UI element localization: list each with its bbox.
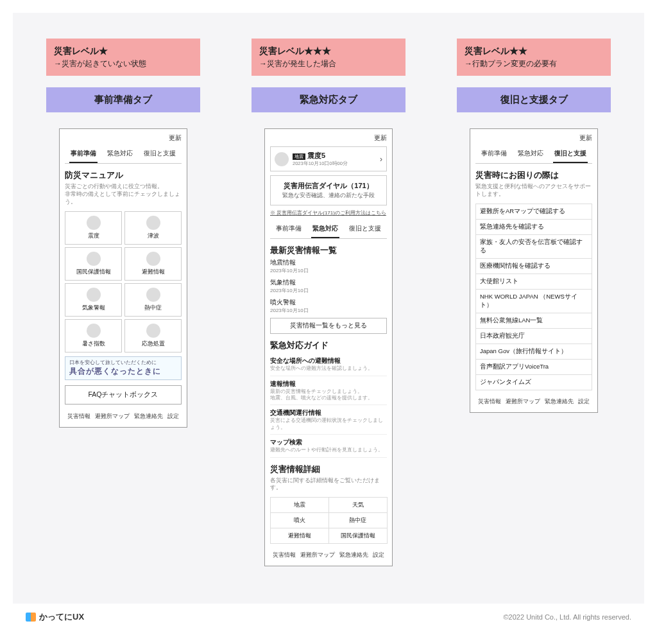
level-banner: 災害レベル★★★ →災害が発生した場合 [252,39,405,76]
level-banner: 災害レベル★★ →行動プラン変更の必要有 [457,39,611,76]
tabs: 事前準備 緊急対応 復旧と支援 [270,222,387,239]
tab-prep[interactable]: 事前準備 [480,146,508,163]
dial-171-card[interactable]: 災害用伝言ダイヤル（171） 緊急な安否確認、連絡の新たな手段 [270,175,387,205]
level-title: 災害レベル★ [54,45,192,58]
manual-tile[interactable]: 熱中症 [124,283,182,317]
nav-contact[interactable]: 緊急連絡先 [339,551,368,559]
manual-tile[interactable]: 震度 [65,211,122,245]
support-link[interactable]: NHK WORLD JAPAN （NEWSサイト） [475,289,592,313]
tile-icon [146,252,160,266]
guide-item[interactable]: 安全な場所への避難情報安全な場所への避難方法を確認しましょう。 [270,353,387,376]
manual-tile[interactable]: 応急処置 [124,319,182,352]
ad-banner[interactable]: 日本を安心して旅していただくために 具合が悪くなったときに [65,356,182,380]
more-news-button[interactable]: 災害情報一覧をもっと見る [270,318,387,334]
support-link[interactable]: 緊急連絡先を確認する [475,219,592,235]
level-title: 災害レベル★★★ [259,45,398,58]
guide-item[interactable]: マップ検索避難先へのルートや行動計画を見直しましょう。 [270,435,387,457]
nav-map[interactable]: 避難所マップ [95,412,130,421]
tab-prep[interactable]: 事前準備 [275,222,303,238]
tab-emerg[interactable]: 緊急対応 [311,222,339,238]
alert-title: 震度5 [307,151,325,161]
tab-emerg[interactable]: 緊急対応 [516,146,545,163]
support-link[interactable]: 音声翻訳アプリVoiceTra [475,359,592,375]
tile-icon [87,216,101,230]
support-link[interactable]: 大使館リスト [475,274,592,290]
support-link[interactable]: Japan Gov（旅行情報サイト） [475,344,592,360]
phone-mock-emerg: 更新 地震震度5 2023年10月10日0時00分 › 災害用伝言ダイヤル（17… [264,128,393,566]
tile-icon [87,288,101,302]
tab-emerg[interactable]: 緊急対応 [106,146,134,163]
dial-171-link[interactable]: ※ 災害用伝言ダイヤル(171)のご利用方法はこちら [270,209,387,216]
guide-item[interactable]: 交通機関運行情報災害による交通機関の運転状況をチェックしましょう。 [270,405,387,435]
nav-info[interactable]: 災害情報 [67,412,90,421]
news-item[interactable]: 気象情報2023年10月10日 [270,278,387,294]
tab-banner: 事前準備タブ [46,87,200,112]
detail-cell[interactable]: 地震 [270,497,329,513]
phone-mock-recov: 更新 事前準備 緊急対応 復旧と支援 災害時にお困りの際は 緊急支援と便利な情報… [470,128,598,413]
tile-icon [87,324,101,338]
support-link[interactable]: 医療機関情報を確認する [475,258,592,274]
nav-map[interactable]: 避難所マップ [506,397,540,406]
brand: かってにUX [26,611,84,623]
manual-tile[interactable]: 津波 [124,211,182,245]
nav-contact[interactable]: 緊急連絡先 [545,397,574,406]
tile-label: 気象警報 [67,304,120,312]
phone-mock-prep: 更新 事前準備 緊急対応 復旧と支援 防災マニュアル 災害ごとの行動や備えに役立… [59,128,187,428]
news-item[interactable]: 噴火警報2023年10月10日 [270,298,387,314]
wireframe-canvas: 災害レベル★ →災害が起きていない状態 事前準備タブ 更新 事前準備 緊急対応 … [13,13,644,604]
tile-icon [146,216,160,230]
tabs: 事前準備 緊急対応 復旧と支援 [475,146,592,164]
detail-cell[interactable]: 避難情報 [270,528,329,544]
nav-settings[interactable]: 設定 [578,397,590,406]
tile-label: 津波 [126,232,180,240]
detail-cell[interactable]: 噴火 [270,512,329,528]
level-subtitle: →災害が発生した場合 [259,58,398,69]
tile-label: 避難情報 [126,268,180,276]
tab-banner: 復旧と支援タブ [457,87,611,112]
news-title: 最新災害情報一覧 [270,245,387,256]
manual-tile[interactable]: 気象警報 [65,283,122,317]
detail-title: 災害情報詳細 [270,464,387,475]
tab-recov[interactable]: 復旧と支援 [553,146,588,163]
manual-tile[interactable]: 避難情報 [124,247,182,281]
support-link[interactable]: ジャパンタイムズ [475,374,592,390]
manual-tile[interactable]: 国民保護情報 [65,247,122,281]
support-link[interactable]: 日本政府観光庁 [475,328,592,344]
detail-cell[interactable]: 国民保護情報 [328,528,388,544]
manual-grid: 震度津波国民保護情報避難情報気象警報熱中症暑さ指数応急処置 [65,211,182,352]
column-prep: 災害レベル★ →災害が起きていない状態 事前準備タブ 更新 事前準備 緊急対応 … [33,39,213,578]
section-title: 災害時にお困りの際は [475,170,592,181]
tab-recov[interactable]: 復旧と支援 [348,222,382,238]
detail-cell[interactable]: 天気 [328,497,388,513]
faq-button[interactable]: FAQチャットボックス [65,385,182,405]
bottom-nav: 災害情報 避難所マップ 緊急連絡先 設定 [270,551,387,559]
section-title: 防災マニュアル [65,170,182,181]
nav-contact[interactable]: 緊急連絡先 [134,412,163,421]
alert-card[interactable]: 地震震度5 2023年10月10日0時00分 › [270,146,387,171]
nav-info[interactable]: 災害情報 [273,551,296,559]
nav-settings[interactable]: 設定 [167,412,179,421]
tile-label: 震度 [67,232,120,240]
tile-label: 応急処置 [126,340,180,348]
nav-map[interactable]: 避難所マップ [300,551,335,559]
support-link[interactable]: 避難所をARマップで確認する [475,204,592,220]
update-label[interactable]: 更新 [270,134,387,143]
update-label[interactable]: 更新 [475,134,592,143]
section-desc: 災害ごとの行動や備えに役立つ情報。非常時の備えとして事前にチェックしましょう。 [65,183,182,206]
tab-recov[interactable]: 復旧と支援 [142,146,177,163]
page-footer: かってにUX ©2022 Unitd Co., Ltd. All rights … [13,604,644,628]
manual-tile[interactable]: 暑さ指数 [65,319,122,352]
update-label[interactable]: 更新 [65,134,182,143]
nav-settings[interactable]: 設定 [373,551,384,559]
tab-prep[interactable]: 事前準備 [69,146,98,163]
detail-cell[interactable]: 熱中症 [328,512,388,528]
support-link-list: 避難所をARマップで確認する緊急連絡先を確認する家族・友人の安否を伝言板で確認す… [475,204,592,390]
tabs: 事前準備 緊急対応 復旧と支援 [65,146,182,164]
alert-tag: 地震 [293,153,305,160]
guide-item[interactable]: 速報情報最新の災害情報をチェックしましょう。地震、台風、噴火などの速報を提供しま… [270,376,387,406]
news-item[interactable]: 地震情報2023年10月10日 [270,258,387,274]
tile-label: 国民保護情報 [67,268,120,276]
support-link[interactable]: 無料公衆無線LAN一覧 [475,313,592,329]
support-link[interactable]: 家族・友人の安否を伝言板で確認する [475,234,592,259]
nav-info[interactable]: 災害情報 [478,397,501,406]
